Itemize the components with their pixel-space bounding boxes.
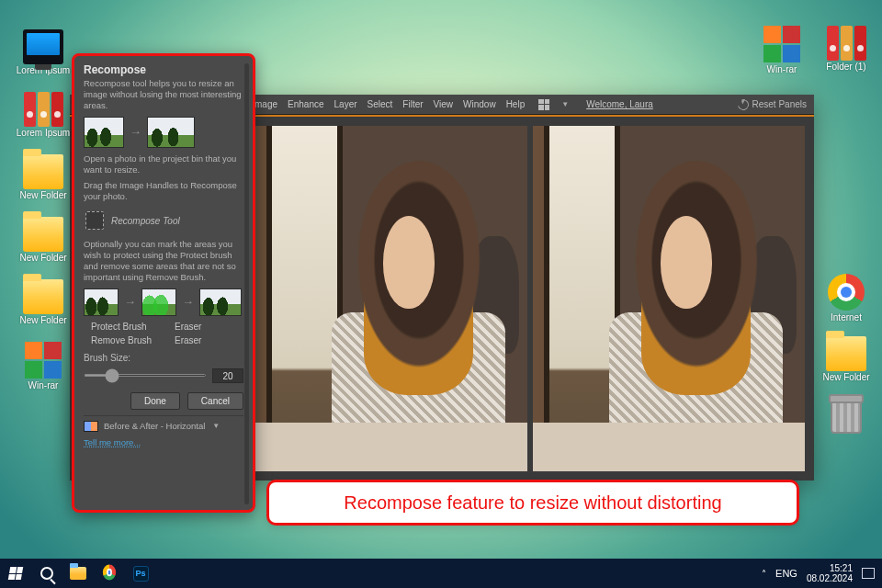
before-photo [255, 126, 527, 471]
tray-clock[interactable]: 15:21 08.02.2024 [807, 563, 853, 583]
menu-enhance[interactable]: Enhance [288, 99, 323, 109]
photoshop-taskbar-button[interactable]: Ps [125, 559, 156, 588]
eraser-2-label: Eraser [175, 335, 243, 345]
step-optional: Optionally you can mark the areas you wi… [84, 239, 243, 283]
thumb-row-mark: → → [84, 288, 243, 316]
menu-filter[interactable]: Filter [402, 99, 423, 109]
icon-label: New Folder [15, 190, 72, 200]
chevron-down-icon: ▼ [212, 422, 220, 430]
start-button[interactable] [0, 559, 31, 588]
windows-icon [8, 567, 23, 580]
step-drag: Drag the Image Handles to Recompose your… [84, 180, 243, 202]
tell-me-more-link[interactable]: Tell me more... [84, 437, 141, 447]
desktop-lorem-ipsum-monitor[interactable]: Lorem Ipsum [15, 29, 72, 75]
photoshop-icon: Ps [133, 566, 149, 582]
thumb-marked [141, 288, 176, 316]
menu-view[interactable]: View [434, 99, 454, 109]
remove-brush-label: Remove Brush [91, 335, 160, 345]
file-explorer-button[interactable] [62, 559, 94, 588]
desktop-winrar-top[interactable]: Win-rar [753, 26, 810, 74]
desktop-lorem-ipsum-books[interactable]: Lorem Ipsum [15, 92, 72, 138]
desktop-new-folder-2[interactable]: New Folder [15, 217, 72, 263]
icon-label: New Folder [818, 372, 875, 382]
search-icon [40, 567, 53, 580]
menu-select[interactable]: Select [368, 99, 393, 109]
file-explorer-icon [70, 567, 86, 580]
recompose-tool-icon [85, 211, 104, 230]
done-button[interactable]: Done [130, 392, 180, 410]
arrow-icon: → [124, 295, 136, 309]
eraser-1-label: Eraser [175, 322, 243, 332]
menu-layer[interactable]: Layer [334, 99, 357, 109]
after-photo [533, 126, 805, 471]
cancel-button[interactable]: Cancel [187, 392, 243, 410]
search-button[interactable] [31, 559, 62, 588]
layout-grid-icon[interactable] [538, 99, 549, 110]
tray-chevron-icon[interactable]: ˄ [762, 569, 766, 579]
menu-window[interactable]: Window [463, 99, 496, 109]
brush-size-label: Brush Size: [84, 353, 243, 363]
tray-lang[interactable]: ENG [775, 568, 797, 579]
before-after-selector[interactable]: Before & After - Horizontal ▼ [84, 415, 243, 432]
chrome-icon [103, 565, 116, 581]
welcome-link[interactable]: Welcome, Laura [586, 99, 653, 109]
icon-label: Folder (1) [818, 62, 875, 72]
desktop-trash[interactable] [818, 399, 875, 435]
thumb-after [147, 117, 195, 148]
panel-title: Recompose [84, 63, 243, 76]
icon-label: New Folder [15, 315, 72, 325]
icon-label: Win-rar [15, 380, 72, 390]
menu-image[interactable]: Image [252, 99, 277, 109]
menu-help[interactable]: Help [506, 99, 526, 109]
arrow-icon: → [130, 125, 141, 139]
reset-icon [735, 96, 750, 111]
thumb-row-resize: → [84, 117, 243, 148]
icon-label: New Folder [15, 253, 72, 263]
brush-size-value[interactable]: 20 [212, 368, 243, 383]
panel-intro: Recompose tool helps you to resize an im… [84, 78, 243, 111]
desktop-internet[interactable]: Internet [818, 274, 875, 322]
thumb-before [84, 117, 124, 148]
brush-size-slider[interactable] [84, 374, 207, 377]
desktop-new-folder-r[interactable]: New Folder [818, 336, 875, 382]
recompose-tool-button[interactable]: Recompose Tool [84, 208, 243, 233]
icon-label: Win-rar [753, 64, 810, 74]
scrollbar[interactable] [244, 63, 249, 504]
thumb-orig [84, 288, 119, 316]
protect-brush-label: Protect Brush [91, 322, 160, 332]
reset-panels-button[interactable]: Reset Panels [738, 99, 807, 110]
chrome-taskbar-button[interactable] [94, 559, 125, 588]
desktop-folder-1[interactable]: Folder (1) [818, 26, 875, 72]
step-open: Open a photo in the project bin that you… [84, 153, 243, 175]
taskbar: Ps ˄ ENG 15:21 08.02.2024 [0, 559, 882, 588]
thumb-result [199, 288, 242, 316]
recompose-panel: Recompose Recompose tool helps you to re… [72, 53, 255, 513]
before-after-icon [84, 421, 98, 432]
icon-label: Lorem Ipsum [15, 128, 72, 138]
desktop-new-folder-1[interactable]: New Folder [15, 154, 72, 200]
chevron-down-icon: ▼ [561, 100, 569, 108]
arrow-icon: → [182, 295, 194, 309]
notifications-icon[interactable] [862, 568, 875, 579]
icon-label: Internet [818, 312, 875, 322]
callout-banner: Recompose feature to resize without dist… [266, 480, 799, 526]
desktop-winrar-left[interactable]: Win-rar [15, 342, 72, 390]
desktop-new-folder-3[interactable]: New Folder [15, 279, 72, 325]
